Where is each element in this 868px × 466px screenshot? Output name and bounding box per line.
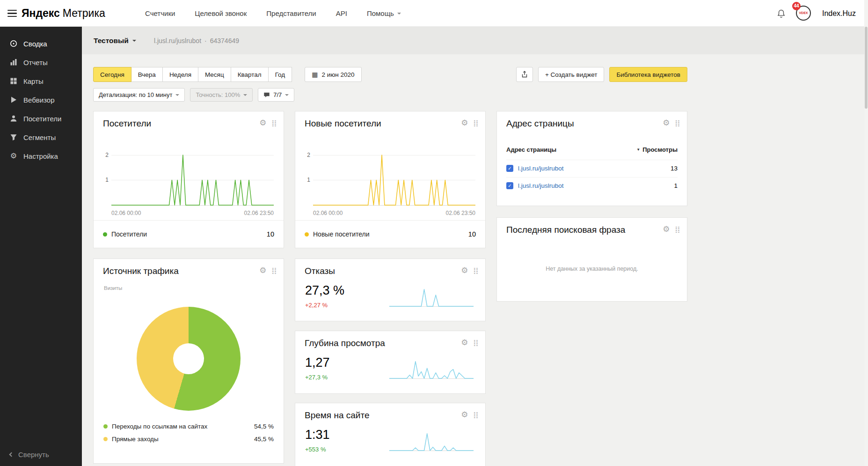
widget-settings-icon[interactable]: ⚙ (663, 225, 670, 233)
yandex-metrika-dashboard: Яндекс Метрика Счетчики Целевой звонок П… (0, 0, 868, 466)
widget-drag-handle-icon[interactable]: ⣿ (675, 226, 680, 232)
create-widget-button[interactable]: + Создать виджет (538, 67, 605, 82)
nav-api[interactable]: API (336, 9, 347, 17)
legend-dot (305, 232, 309, 237)
agency-logo[interactable]: VDEX 44 (796, 6, 812, 22)
sidebar-collapse-button[interactable]: Свернуть (10, 451, 49, 459)
checkbox-checked[interactable]: ✓ (506, 182, 513, 189)
legend-value: 54,5 % (254, 423, 274, 430)
sidebar-item-settings[interactable]: ⚙ Настройка (0, 147, 82, 165)
metric-subtitle: Визиты (104, 285, 122, 291)
funnel-icon (10, 133, 17, 141)
widget-controls: ⚙ ⣿ (259, 119, 277, 127)
table-header: Адрес страницы ▼ Просмотры (506, 146, 678, 153)
accuracy-label: Точность: 100% (196, 91, 240, 98)
widget-controls: ⚙ ⣿ (259, 266, 277, 274)
period-quarter-button[interactable]: Квартал (231, 67, 269, 82)
nav-counters[interactable]: Счетчики (145, 9, 175, 17)
widget-bounces: Отказы ⚙ ⣿ 27,3 % +2,27 % (295, 259, 486, 321)
sidebar-item-segments[interactable]: Сегменты (0, 128, 82, 147)
header-right: VDEX 44 Index.Huz (777, 0, 856, 27)
nav-help-label: Помощь (367, 9, 394, 17)
legend-dot (103, 437, 108, 441)
chart-legend: Посетители 10 (94, 220, 284, 248)
metric-value: 1,27 (305, 355, 330, 370)
scrollbar-thumb[interactable] (865, 27, 868, 109)
sidebar-item-label: Карты (23, 77, 44, 85)
accuracy-dropdown[interactable]: Точность: 100% (190, 88, 253, 102)
time-on-site-sparkline (389, 431, 474, 451)
column-header-views-label: Просмотры (642, 146, 678, 153)
widget-last-search-phrase: Последняя поисковая фраза ⚙ ⣿ Нет данных… (496, 217, 687, 302)
detail-dropdown[interactable]: Детализация: по 10 минут (93, 88, 185, 102)
widget-title: Время на сайте (305, 410, 370, 421)
nav-help[interactable]: Помощь (367, 9, 401, 17)
chevron-down-icon (132, 40, 136, 42)
sidebar-item-maps[interactable]: Карты (0, 72, 82, 90)
date-picker-button[interactable]: ▦ 2 июн 2020 (305, 67, 361, 82)
bounces-sparkline (389, 287, 474, 307)
widget-drag-handle-icon[interactable]: ⣿ (271, 267, 277, 274)
empty-state-text: Нет данных за указанный период. (497, 266, 687, 272)
legend-dot (103, 424, 108, 429)
page-scrollbar (864, 0, 868, 466)
account-name[interactable]: Index.Huz (822, 9, 856, 18)
notifications-bell-icon[interactable] (777, 9, 786, 18)
widget-drag-handle-icon[interactable]: ⣿ (271, 120, 277, 126)
export-button[interactable] (516, 67, 533, 82)
widget-settings-icon[interactable]: ⚙ (461, 266, 468, 274)
visitors-line-chart: 2 1 (111, 148, 274, 206)
page-url-link[interactable]: l.jusl.ru/juslrubot (518, 182, 564, 189)
sidebar-item-webvisor[interactable]: Вебвизор (0, 90, 82, 109)
page-url-link[interactable]: l.jusl.ru/juslrubot (518, 165, 564, 172)
widgets-column-1: Посетители ⚙ ⣿ 2 1 02.06 00:00 02.06 23:… (93, 111, 284, 464)
x-tick-start: 02.06 00:00 (111, 210, 141, 216)
checkbox-checked[interactable]: ✓ (506, 165, 513, 172)
legend-label: Посетители (111, 230, 147, 238)
views-value: 1 (674, 182, 678, 189)
chart-series (313, 148, 475, 205)
period-year-button[interactable]: Год (268, 67, 292, 82)
sidebar-menu: Сводка Отчеты Карты Вебвизор Посетители … (0, 27, 82, 165)
widget-settings-icon[interactable]: ⚙ (663, 119, 670, 127)
counter-site: l.jusl.ru/juslrubot (154, 37, 201, 44)
sidebar-item-reports[interactable]: Отчеты (0, 53, 82, 72)
period-week-button[interactable]: Неделя (162, 67, 198, 82)
nav-representatives[interactable]: Представители (266, 9, 316, 17)
counter-selector[interactable]: Тестовый (94, 37, 136, 45)
widget-settings-icon[interactable]: ⚙ (461, 119, 468, 127)
period-month-button[interactable]: Месяц (198, 67, 231, 82)
metric-delta: +553 % (305, 446, 326, 453)
sidebar-item-summary[interactable]: Сводка (0, 34, 82, 53)
sidebar-item-visitors[interactable]: Посетители (0, 109, 82, 128)
widget-settings-icon[interactable]: ⚙ (461, 339, 468, 347)
period-today-button[interactable]: Сегодня (93, 67, 131, 82)
period-toolbar: Сегодня Вчера Неделя Месяц Квартал Год ▦… (93, 67, 362, 82)
widget-library-button[interactable]: Библиотека виджетов (609, 67, 687, 82)
widget-drag-handle-icon[interactable]: ⣿ (675, 120, 680, 126)
legend-dot (103, 232, 107, 237)
menu-icon[interactable] (7, 10, 17, 17)
widget-time-on-site: Время на сайте ⚙ ⣿ 1:31 +553 % (295, 403, 486, 466)
widget-drag-handle-icon[interactable]: ⣿ (473, 412, 479, 418)
widget-settings-icon[interactable]: ⚙ (259, 119, 266, 127)
comments-dropdown[interactable]: 7/7 (258, 88, 294, 102)
column-header-views[interactable]: ▼ Просмотры (636, 146, 678, 153)
period-yesterday-button[interactable]: Вчера (131, 67, 163, 82)
logo[interactable]: Яндекс Метрика (22, 0, 105, 27)
comments-count: 7/7 (273, 91, 282, 98)
legend-value: 10 (267, 230, 274, 238)
widget-title: Источник трафика (103, 266, 179, 276)
widget-drag-handle-icon[interactable]: ⣿ (473, 267, 479, 274)
sidebar: Сводка Отчеты Карты Вебвизор Посетители … (0, 27, 82, 466)
widget-drag-handle-icon[interactable]: ⣿ (473, 340, 479, 346)
nav-target-call[interactable]: Целевой звонок (195, 9, 247, 17)
table-row: ✓ l.jusl.ru/juslrubot 1 (506, 177, 678, 194)
metric-value: 1:31 (305, 428, 330, 442)
widget-drag-handle-icon[interactable]: ⣿ (473, 120, 479, 126)
legend-value: 10 (468, 230, 476, 238)
traffic-donut-chart (137, 307, 241, 411)
legend-label: Новые посетители (313, 230, 370, 238)
widget-settings-icon[interactable]: ⚙ (461, 411, 468, 419)
widget-settings-icon[interactable]: ⚙ (259, 266, 266, 274)
